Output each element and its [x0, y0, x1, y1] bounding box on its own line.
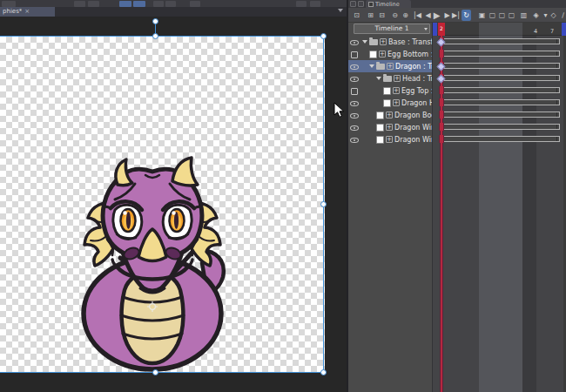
layer-list-cell[interactable]: +Egg Bottom : Transform — [348, 48, 432, 60]
timeline-track-cell[interactable] — [433, 72, 566, 84]
timeline-track-cell[interactable] — [433, 84, 566, 97]
visibility-eye-icon[interactable] — [350, 62, 359, 71]
timeline-selector-dropdown[interactable]: Timeline 1 — [354, 24, 430, 34]
timeline-track-cell[interactable] — [433, 97, 566, 109]
top-right-handle[interactable] — [320, 33, 327, 39]
loop-playback-icon[interactable]: ↻ — [462, 10, 471, 21]
edit-line-icon[interactable]: ∕ — [558, 10, 566, 21]
timeline-track-cell[interactable] — [433, 121, 566, 133]
timeline-layer-row[interactable]: +Dragon Head : Transform — [348, 97, 566, 109]
timeline-layer-row[interactable]: +Head : Transform — [348, 72, 566, 84]
layer-list-cell[interactable]: +Dragon Wing Left : Transform — [348, 121, 432, 133]
selection-edge-top[interactable] — [0, 36, 323, 37]
clip-duration-bar[interactable] — [439, 124, 560, 130]
play-icon[interactable]: ▶ — [432, 10, 441, 21]
toolbar-icon-stub[interactable] — [153, 1, 164, 7]
chevron-down-icon[interactable] — [369, 64, 374, 68]
go-to-end-icon[interactable]: ▶| — [451, 10, 461, 21]
visibility-eye-icon[interactable] — [350, 74, 359, 83]
visibility-eye-icon[interactable] — [350, 37, 359, 46]
timeline-layer-row[interactable]: +Egg Top : Transform — [348, 84, 566, 97]
zoom-out-icon[interactable]: ⊖ — [390, 10, 400, 21]
toolbar-icon-stub[interactable] — [74, 1, 85, 7]
chevron-down-icon[interactable] — [362, 40, 367, 44]
tool-icon[interactable]: ◈ — [531, 10, 541, 21]
clip-duration-bar[interactable] — [439, 38, 560, 44]
layer-list-cell[interactable]: +Dragon : Transform — [348, 60, 432, 72]
bottom-center-handle[interactable] — [152, 369, 158, 375]
visibility-eye-icon[interactable] — [350, 123, 359, 132]
layer-list-cell[interactable]: +Dragon Body : Transform — [348, 109, 432, 121]
cel-c-icon[interactable]: ▢ — [507, 10, 516, 21]
layer-list-cell[interactable]: +Dragon Head : Transform — [348, 97, 432, 109]
go-to-start-icon[interactable]: |◀ — [413, 10, 422, 21]
expand-keyframes-icon[interactable]: + — [386, 112, 393, 118]
selection-edge-bottom[interactable] — [0, 372, 323, 373]
clip-duration-bar[interactable] — [439, 87, 560, 93]
timeline-track-cell[interactable] — [433, 36, 566, 48]
expand-keyframes-icon[interactable]: + — [393, 87, 400, 94]
tab-list-chevron-icon[interactable] — [338, 9, 343, 12]
clip-duration-bar[interactable] — [439, 63, 560, 69]
layer-list-cell[interactable]: +Dragon Wing Right : Transform — [348, 133, 432, 145]
timeline-track-cell[interactable] — [433, 109, 566, 121]
toolbar-icon-stub[interactable] — [165, 1, 176, 7]
playback-start-marker[interactable] — [433, 23, 437, 36]
expand-keyframes-icon[interactable]: + — [393, 99, 400, 106]
expand-keyframes-icon[interactable]: + — [386, 124, 393, 131]
playback-end-marker[interactable] — [562, 23, 566, 36]
visibility-eye-icon[interactable] — [350, 111, 359, 119]
cel-b-icon[interactable]: ▢ — [497, 10, 507, 21]
layer-list-cell[interactable]: +Head : Transform — [348, 72, 432, 84]
clip-duration-bar[interactable] — [439, 51, 560, 57]
timeline-track-cell[interactable] — [433, 133, 566, 145]
panel-dock-icon[interactable] — [350, 1, 356, 7]
timeline-layer-row[interactable]: +Egg Bottom : Transform — [348, 48, 566, 60]
expand-keyframes-icon[interactable]: + — [379, 51, 386, 57]
toolbar-icon-stub[interactable] — [119, 1, 131, 7]
timeline-layer-row[interactable]: +Dragon Wing Left : Transform — [348, 121, 566, 133]
expand-keyframes-icon[interactable]: + — [387, 63, 394, 70]
bottom-right-handle[interactable] — [320, 369, 327, 375]
cel-a-icon[interactable]: ▢ — [488, 10, 497, 21]
enable-keyframes-icon[interactable]: ⊞ — [366, 10, 375, 21]
clip-duration-bar[interactable] — [439, 112, 560, 118]
mid-right-handle[interactable] — [320, 201, 327, 207]
zoom-in-icon[interactable]: ⊕ — [401, 10, 410, 21]
layer-list-cell[interactable]: +Base : Transform — [348, 36, 432, 48]
expand-keyframes-icon[interactable]: + — [386, 136, 393, 143]
clip-duration-bar[interactable] — [439, 75, 560, 81]
visibility-off-icon[interactable] — [350, 50, 359, 58]
expand-keyframes-icon[interactable]: + — [394, 75, 401, 82]
rotate-handle[interactable] — [152, 18, 158, 24]
visibility-eye-icon[interactable] — [350, 98, 359, 107]
visibility-off-icon[interactable] — [350, 86, 359, 95]
transform-center-icon[interactable] — [147, 301, 158, 312]
add-keyframe-icon[interactable]: ⊟ — [377, 10, 387, 21]
expand-keyframes-icon[interactable]: + — [380, 38, 387, 45]
onion-skin-icon[interactable]: ▣ — [477, 10, 487, 21]
toolbar-icon-stub[interactable] — [310, 1, 320, 7]
panel-option-icon[interactable] — [358, 1, 364, 7]
toolbar-icon-stub[interactable] — [190, 1, 200, 7]
playhead-marker[interactable]: 2 — [438, 23, 445, 36]
toolbar-icon-stub[interactable] — [2, 1, 16, 7]
timeline-layer-row[interactable]: +Dragon : Transform — [348, 60, 566, 72]
toolbar-icon-stub[interactable] — [88, 1, 99, 7]
timeline-track-cell[interactable] — [433, 48, 566, 60]
clip-duration-bar[interactable] — [439, 99, 560, 105]
clip-duration-bar[interactable] — [439, 136, 560, 142]
tab-timeline[interactable]: Timeline — [366, 0, 411, 8]
timeline-layer-row[interactable]: +Dragon Wing Right : Transform — [348, 133, 566, 145]
toolbar-icon-stub[interactable] — [296, 1, 307, 7]
light-table-icon[interactable]: ▥ — [519, 10, 529, 21]
material-icon[interactable]: ◇ — [549, 10, 558, 21]
top-center-handle[interactable] — [152, 33, 158, 39]
timeline-options-icon[interactable]: ⊡ — [352, 10, 361, 21]
timeline-track-cell[interactable] — [433, 60, 566, 72]
document-tab[interactable]: phies* × — [0, 7, 55, 17]
timeline-layer-row[interactable]: +Base : Transform — [348, 36, 566, 48]
timeline-layer-row[interactable]: +Dragon Body : Transform — [348, 109, 566, 121]
visibility-eye-icon[interactable] — [350, 135, 359, 144]
layer-list-cell[interactable]: +Egg Top : Transform — [348, 84, 432, 97]
